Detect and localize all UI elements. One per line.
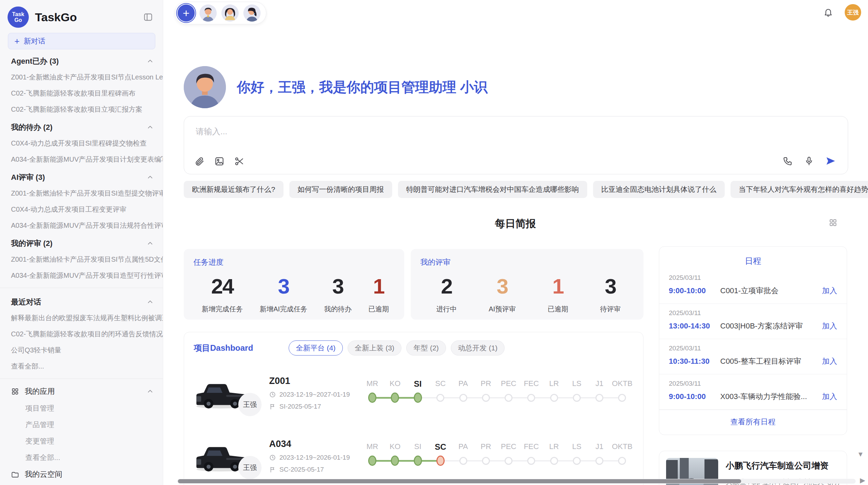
card-title: 我的评审 — [420, 257, 637, 268]
divider — [0, 378, 163, 379]
tab-model-year[interactable]: 年型 (2) — [406, 340, 446, 356]
recent-chat-item[interactable]: C02-飞腾新能源轻客改款项目的闭环通告反馈情况 — [0, 326, 163, 342]
project-row[interactable]: 王强 Z001 2023-12-19~2027-01-19 SI-2025-05… — [194, 367, 634, 419]
milestone-label: PR — [474, 442, 497, 452]
message-input[interactable] — [195, 125, 608, 147]
sidebar-item[interactable]: C02-飞腾新能源轻客改款项目立项汇报方案 — [0, 101, 163, 117]
user-avatar[interactable]: 王强 — [845, 4, 861, 21]
app-link-project-mgmt[interactable]: 项目管理 — [0, 400, 163, 416]
composer-right-tools — [783, 156, 836, 166]
app-link-change-mgmt[interactable]: 变更管理 — [0, 433, 163, 449]
project-code: A034 — [269, 439, 359, 449]
stat: 3 我的待办 — [324, 274, 351, 314]
sidebar-item[interactable]: Z001-全新燃油轻卡产品开发项目SI造型提交物评审 — [0, 185, 163, 201]
sidebar-item-cloud-space[interactable]: 我的云空间 — [0, 466, 163, 483]
tab-new-body[interactable]: 全新上装 (3) — [348, 340, 402, 356]
project-row[interactable]: 王强 A034 2023-12-19~2026-01-19 SC-2025-05… — [194, 430, 634, 482]
agent-avatar-2[interactable] — [221, 4, 239, 22]
agent-avatar-1[interactable] — [200, 4, 217, 22]
attach-button[interactable] — [194, 156, 205, 166]
stat: 3 新增AI完成任务 — [260, 274, 308, 314]
milestone-label-current: SC — [429, 442, 452, 452]
milestone-label: LR — [543, 442, 565, 452]
layout-grid-icon[interactable] — [829, 218, 837, 227]
sidebar-item-favorites[interactable]: 我的收藏 — [0, 483, 163, 485]
my-review-card: 我的评审 2 进行中 3 AI预评审 1 已逾期 3 — [411, 249, 643, 320]
section-my-todo[interactable]: 我的待办 (2) — [0, 117, 163, 135]
app-window: Task Go TaskGo + 新对话 Agent已办 (3) Z001-全新… — [0, 0, 868, 485]
section-my-review[interactable]: 我的评审 (2) — [0, 234, 163, 251]
news-title: 小鹏飞行汽车制造公司增资 — [726, 460, 840, 471]
milestone-node-done — [368, 393, 376, 403]
sidebar-item[interactable]: C0X4-动力总成开发项目SI里程碑提交物检查 — [0, 135, 163, 151]
milestone-label: MR — [361, 379, 384, 389]
sidebar-item[interactable]: Z001-全新燃油皮卡产品开发项目SI节点Lesson Learn报告 — [0, 69, 163, 85]
horizontal-scrollbar[interactable] — [177, 479, 856, 484]
milestone-label: PEC — [497, 442, 520, 452]
milestone-node — [595, 457, 603, 465]
project-vehicle-image: 王强 — [194, 375, 248, 411]
section-ai-review[interactable]: AI评审 (3) — [0, 167, 163, 185]
microphone-button[interactable] — [804, 156, 814, 166]
tab-new-platform[interactable]: 全新平台 (4) — [289, 340, 343, 356]
view-all-schedule-link[interactable]: 查看所有日程 — [659, 410, 847, 435]
sidebar-item[interactable]: A034-全新新能源MUV产品开发项目计划变更表编写 — [0, 151, 163, 167]
suggestion-chip[interactable]: 欧洲新规最近颁布了什么? — [184, 181, 284, 198]
greeting-text: 你好，王强，我是你的项目管理助理 小识 — [237, 78, 487, 97]
notification-bell-icon[interactable] — [823, 8, 833, 17]
project-code: Z001 — [269, 376, 359, 386]
milestone-node — [618, 457, 626, 465]
send-button[interactable] — [825, 156, 836, 166]
join-link[interactable]: 加入 — [822, 321, 837, 331]
section-agent-done[interactable]: Agent已办 (3) — [0, 51, 163, 69]
milestone-node — [527, 457, 535, 465]
milestone-node — [459, 457, 467, 465]
sidebar-item[interactable]: Z001-全新燃油轻卡产品开发项目SI节点属性5D文件评审 — [0, 251, 163, 268]
sidebar-collapse-icon[interactable] — [142, 11, 154, 23]
recent-chat-item[interactable]: 查看全部... — [0, 358, 163, 374]
project-flag-date: SC-2025-05-17 — [269, 466, 359, 473]
phone-call-button[interactable] — [783, 156, 793, 166]
agent-avatar-3[interactable] — [243, 4, 261, 22]
sidebar-item[interactable]: C02-飞腾新能源轻客改款项目里程碑画布 — [0, 85, 163, 101]
flag-icon — [269, 403, 276, 410]
join-link[interactable]: 加入 — [822, 286, 837, 296]
sidebar-item[interactable]: A034-全新新能源MUV产品开发项目法规符合性评审 — [0, 217, 163, 234]
recent-chat-item[interactable]: 解释最新出台的欧盟报废车法规再生塑料比例被调至15%... — [0, 310, 163, 326]
section-recent-chats[interactable]: 最近对话 — [0, 292, 163, 310]
image-button[interactable] — [214, 156, 225, 166]
scroll-right-arrow[interactable]: ▶ — [860, 476, 865, 484]
milestone-node — [482, 394, 490, 402]
app-link-view-all[interactable]: 查看全部... — [0, 449, 163, 466]
join-link[interactable]: 加入 — [822, 356, 837, 366]
stat-label: AI预评审 — [489, 304, 516, 314]
suggestion-chip[interactable]: 如何写一份清晰的项目周报 — [289, 181, 392, 198]
plus-icon: + — [14, 38, 20, 45]
milestone-label: PA — [452, 379, 474, 389]
add-agent-button[interactable]: + — [178, 4, 195, 22]
project-info: A034 2023-12-19~2026-01-19 SC-2025-05-17 — [269, 439, 359, 473]
tab-powertrain[interactable]: 动总开发 (1) — [451, 340, 505, 356]
milestone-node-done — [414, 456, 422, 466]
suggestion-chip[interactable]: 特朗普可能对进口汽车增税会对中国车企造成哪些影响 — [398, 181, 587, 198]
horizontal-scrollbar-thumb[interactable] — [178, 479, 741, 483]
scroll-down-arrow[interactable]: ▼ — [857, 450, 864, 458]
suggestion-chip[interactable]: 比亚迪全固态电池计划具体说了什么 — [593, 181, 725, 198]
join-link[interactable]: 加入 — [822, 391, 837, 402]
folder-icon — [11, 470, 19, 478]
new-chat-button[interactable]: + 新对话 — [8, 33, 155, 49]
recent-chat-item[interactable]: 公司Q3轻卡销量 — [0, 342, 163, 358]
suggestion-chip[interactable]: 当下年轻人对汽车外观有怎样的喜好趋势 — [731, 181, 868, 198]
hero-greeting: 你好，王强，我是你的项目管理助理 小识 — [184, 66, 487, 108]
quick-access-pill: + — [175, 2, 266, 24]
stat-value: 1 — [373, 274, 384, 299]
sidebar-item[interactable]: C0X4-动力总成开发项目工程变更评审 — [0, 201, 163, 217]
milestone-node — [550, 457, 558, 465]
stat: 3 待评审 — [600, 274, 620, 314]
sidebar-item-my-apps[interactable]: 我的应用 — [0, 383, 163, 400]
stat-label: 新增完成任务 — [202, 304, 243, 314]
scissors-button[interactable] — [234, 156, 244, 166]
sidebar-item[interactable]: A034-全新新能源MUV产品开发项目造型可行性评审 — [0, 268, 163, 284]
project-info: Z001 2023-12-19~2027-01-19 SI-2025-05-17 — [269, 376, 359, 410]
app-link-product-mgmt[interactable]: 产品管理 — [0, 416, 163, 433]
